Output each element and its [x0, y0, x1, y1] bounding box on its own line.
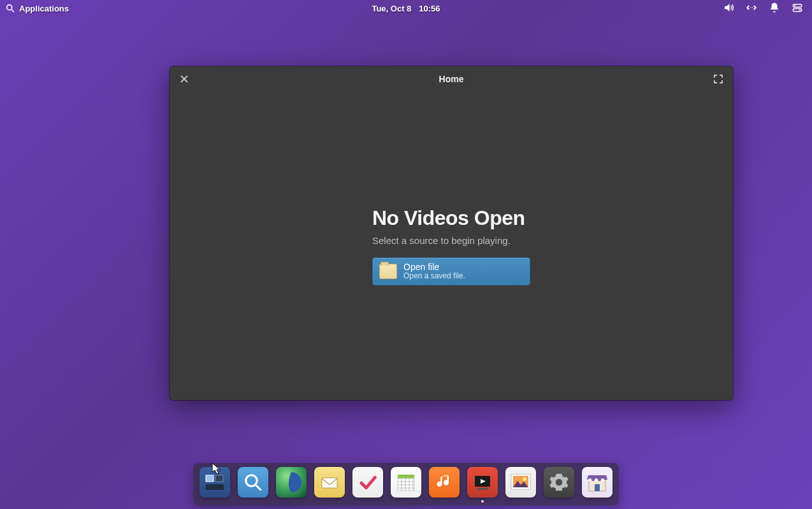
svg-rect-10	[206, 475, 214, 482]
empty-state-subtitle: Select a source to begin playing.	[372, 235, 511, 246]
svg-rect-35	[598, 478, 601, 481]
clock[interactable]: Tue, Oct 8 10:56	[372, 4, 440, 13]
window-content: No Videos Open Select a source to begin …	[170, 92, 733, 400]
svg-rect-15	[322, 478, 337, 488]
maximize-icon	[714, 75, 723, 83]
svg-rect-16	[398, 475, 414, 478]
titlebar[interactable]: Home	[170, 66, 733, 92]
music-icon	[435, 473, 453, 491]
dock-app-videos[interactable]	[467, 467, 498, 498]
network-indicator[interactable]	[746, 2, 757, 15]
applications-label: Applications	[19, 4, 69, 13]
store-icon	[585, 470, 609, 494]
folder-icon	[379, 264, 397, 279]
close-button[interactable]	[178, 73, 190, 85]
dock-app-browser[interactable]	[276, 467, 307, 498]
check-icon	[358, 473, 377, 492]
svg-point-2	[750, 7, 751, 8]
window-title: Home	[439, 74, 464, 84]
power-icon	[792, 2, 803, 13]
session-indicator[interactable]	[792, 2, 803, 15]
close-icon	[180, 75, 188, 83]
open-file-subtitle: Open a saved file.	[403, 272, 465, 281]
svg-point-6	[794, 4, 795, 6]
svg-rect-34	[595, 478, 598, 481]
bell-icon	[769, 2, 780, 13]
svg-rect-27	[477, 488, 488, 490]
dock-app-mail[interactable]	[314, 467, 345, 498]
gear-icon	[549, 472, 569, 492]
video-icon	[472, 471, 493, 493]
svg-rect-37	[595, 484, 600, 491]
magnifier-icon	[243, 473, 263, 492]
svg-rect-32	[588, 478, 591, 481]
svg-point-13	[246, 475, 257, 487]
calendar-icon	[395, 471, 417, 493]
multitasking-icon	[204, 471, 226, 493]
dock-app-music[interactable]	[429, 467, 460, 498]
top-panel: Applications Tue, Oct 8 10:56	[0, 0, 812, 17]
dock-app-tasks[interactable]	[352, 467, 383, 498]
date-text: Tue, Oct 8	[372, 4, 411, 13]
svg-point-0	[7, 5, 12, 10]
search-icon	[5, 3, 15, 13]
dock-app-files[interactable]	[238, 467, 268, 498]
svg-line-1	[11, 10, 14, 12]
time-text: 10:56	[419, 4, 440, 13]
globe-icon	[279, 470, 304, 495]
dock-app-settings[interactable]	[544, 467, 574, 498]
volume-icon	[723, 2, 734, 13]
dock	[193, 463, 619, 505]
open-file-button[interactable]: Open file Open a saved file.	[372, 257, 530, 285]
photos-icon	[508, 470, 533, 495]
svg-rect-11	[215, 475, 223, 482]
dock-app-calendar[interactable]	[391, 467, 421, 498]
svg-point-7	[799, 9, 801, 10]
maximize-button[interactable]	[713, 73, 724, 85]
applications-menu[interactable]: Applications	[5, 3, 69, 13]
svg-rect-33	[591, 478, 595, 481]
mail-icon	[319, 472, 340, 492]
svg-point-30	[523, 477, 526, 481]
network-icon	[746, 2, 757, 13]
dock-app-multitasking[interactable]	[199, 467, 230, 498]
dock-app-appcenter[interactable]	[582, 467, 613, 498]
dock-app-photos[interactable]	[505, 467, 536, 498]
videos-window: Home No Videos Open Select a source to b…	[170, 66, 733, 400]
open-file-title: Open file	[403, 262, 465, 272]
notifications-indicator[interactable]	[769, 2, 780, 15]
svg-line-14	[256, 485, 261, 491]
svg-rect-36	[601, 478, 604, 481]
sound-indicator[interactable]	[723, 2, 734, 15]
svg-rect-12	[206, 484, 224, 490]
empty-state-heading: No Videos Open	[372, 206, 530, 230]
svg-point-3	[752, 7, 753, 8]
